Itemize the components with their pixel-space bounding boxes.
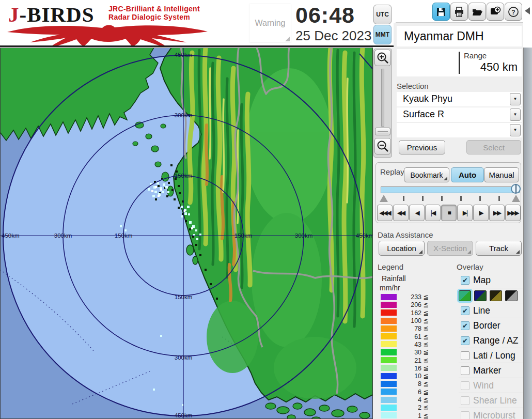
shear-line-checkbox[interactable] xyxy=(461,396,470,405)
zoom-slider-thumb[interactable] xyxy=(375,128,390,135)
legend-color-swatch xyxy=(381,373,397,379)
selection-dropdown-1[interactable]: Surface R xyxy=(397,107,522,122)
step-forward-button[interactable]: ▶| xyxy=(457,205,473,221)
radar-map-svg: 450km 300km 150km 150km 300km 450km 450k… xyxy=(0,48,373,419)
map-style-swatch-1[interactable] xyxy=(474,290,487,301)
station-name: Myanmar DMH xyxy=(404,29,484,43)
panel-collapse-arrow-icon[interactable] xyxy=(525,7,530,14)
print-button[interactable] xyxy=(450,3,468,21)
svg-text:?: ? xyxy=(511,8,515,15)
microburst-checkbox[interactable] xyxy=(461,411,470,419)
slider-tick xyxy=(441,196,443,201)
legend-threshold: 8 ≦ xyxy=(397,380,429,387)
play-reverse-button[interactable]: ◀ xyxy=(409,205,425,221)
warning-label: Warning xyxy=(249,19,291,28)
ring-label: 150km xyxy=(175,173,193,179)
dropdown-arrow-icon[interactable] xyxy=(510,124,521,136)
radar-map[interactable]: 450km 300km 150km 150km 300km 450km 450k… xyxy=(0,48,373,419)
ring-label: 450km xyxy=(356,232,373,239)
step-back-button[interactable]: |◀ xyxy=(425,205,441,221)
lati-long-checkbox[interactable] xyxy=(461,351,470,360)
marker-checkbox[interactable] xyxy=(461,366,470,375)
overlay-item-label: Microburst xyxy=(473,410,515,419)
overlay-item-label: Shear Line xyxy=(473,395,517,406)
ring-label: 300km xyxy=(295,232,313,239)
fast-rewind-button[interactable]: ◀◀ xyxy=(393,205,409,221)
border-checkbox[interactable] xyxy=(461,321,470,330)
replay-slider-track[interactable] xyxy=(381,187,520,193)
playback-controls: ◀◀◀◀◀◀|◀■▶|▶▶▶▶▶▶ xyxy=(377,205,521,221)
map-style-swatch-0[interactable] xyxy=(459,290,471,301)
legend-color-swatch xyxy=(381,309,397,316)
slider-tick xyxy=(403,196,404,201)
selection-dropdown-2[interactable] xyxy=(397,123,522,137)
legend-row: 30 ≦ xyxy=(381,348,437,356)
save-button[interactable] xyxy=(432,3,450,21)
legend-threshold: 61 ≦ xyxy=(397,333,429,340)
ring-label: 300km xyxy=(175,354,193,361)
dropdown-arrow-icon[interactable] xyxy=(510,93,521,105)
overlay-item-label: Lati / Long xyxy=(473,350,515,361)
overlay-item-shear-line: Shear Line xyxy=(459,393,523,408)
add-image-icon xyxy=(489,6,502,18)
range-az-checkbox[interactable] xyxy=(461,336,470,345)
legend-row: 206 ≦ xyxy=(381,301,437,308)
overlay-list: MapLineBorderRange / AZLati / LongMarker… xyxy=(459,273,523,419)
dropdown-arrow-icon[interactable] xyxy=(510,108,521,121)
line-checkbox[interactable] xyxy=(461,306,470,315)
ring-label: 300km xyxy=(175,112,193,118)
zoom-in-icon xyxy=(376,51,389,65)
legend-row: 78 ≦ xyxy=(381,324,437,332)
utc-button[interactable]: UTC xyxy=(373,5,392,24)
replay-slider-thumb[interactable] xyxy=(511,184,521,194)
fast-forward-button[interactable]: ▶▶ xyxy=(489,205,505,221)
selection-dropdown-0[interactable]: Kyauk Phyu xyxy=(397,92,522,106)
legend-row: 21 ≦ xyxy=(381,356,437,364)
data-assistance-label: Data Assistance xyxy=(378,230,433,239)
track-button[interactable]: Track xyxy=(476,241,522,256)
stop-button[interactable]: ■ xyxy=(441,205,457,221)
overlay-item-wind: Wind xyxy=(459,378,523,393)
x-section-button[interactable]: X-Section xyxy=(427,241,473,256)
select-button[interactable]: Select xyxy=(466,140,521,154)
add-image-button[interactable] xyxy=(487,3,504,21)
ring-label: 450km xyxy=(175,52,193,58)
ring-label: 450km xyxy=(175,412,193,418)
zoom-slider-track[interactable] xyxy=(381,69,384,127)
selection-dropdowns: Kyauk PhyuSurface R xyxy=(397,92,522,138)
skip-to-start-button[interactable]: ◀◀◀ xyxy=(377,205,393,221)
slider-end-marker[interactable] xyxy=(512,195,520,202)
map-checkbox[interactable] xyxy=(461,276,470,285)
legend-color-swatch xyxy=(381,397,397,403)
overlay-item-line: Line xyxy=(459,303,523,318)
map-style-swatch-2[interactable] xyxy=(490,290,502,301)
panel-scrollbar[interactable] xyxy=(523,48,532,419)
zoom-in-button[interactable] xyxy=(374,50,391,66)
bookmark-button[interactable]: Bookmark xyxy=(404,167,449,182)
jbirds-logo: J-BIRDS JRC-Brilliant & Intelligent Rada… xyxy=(5,1,212,46)
legend-threshold: 43 ≦ xyxy=(397,340,429,348)
replay-label: Replay xyxy=(380,167,404,176)
legend-row: 2 ≦ xyxy=(381,404,437,411)
skip-to-end-button[interactable]: ▶▶▶ xyxy=(505,205,521,221)
legend-threshold: 30 ≦ xyxy=(397,348,429,356)
auto-button[interactable]: Auto xyxy=(451,167,484,182)
ring-label: 450km xyxy=(2,232,20,239)
legend-row: 1 ≦ xyxy=(381,411,437,419)
location-button[interactable]: Location xyxy=(379,241,425,256)
manual-button[interactable]: Manual xyxy=(484,167,519,182)
previous-button[interactable]: Previous xyxy=(399,140,445,154)
play-button[interactable]: ▶ xyxy=(473,205,489,221)
zoom-out-button[interactable] xyxy=(374,138,391,154)
slider-tick xyxy=(460,196,462,201)
ring-label: 150km xyxy=(234,232,253,239)
wind-checkbox[interactable] xyxy=(461,381,470,390)
legend-threshold: 206 ≦ xyxy=(397,301,429,308)
help-button[interactable]: ? xyxy=(505,3,522,21)
slider-start-marker[interactable] xyxy=(380,195,388,202)
open-folder-button[interactable] xyxy=(468,3,486,21)
mmt-button[interactable]: MMT xyxy=(373,25,392,44)
overlay-item-label: Range / AZ xyxy=(473,335,519,346)
map-style-swatch-3[interactable] xyxy=(505,290,518,301)
warning-panel[interactable]: Warning xyxy=(249,4,291,42)
